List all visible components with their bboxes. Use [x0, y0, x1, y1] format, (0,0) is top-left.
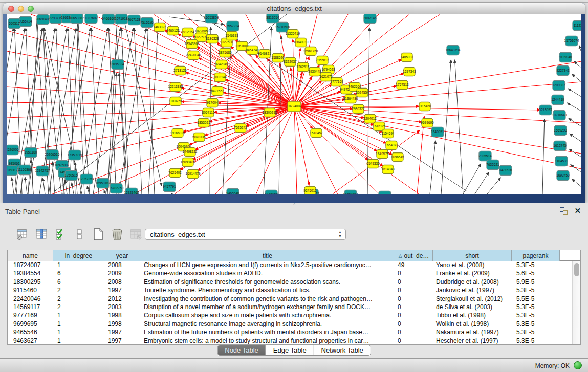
- minimize-window-icon[interactable]: [18, 6, 24, 12]
- network-node-yellow[interactable]: 18543962: [185, 40, 200, 49]
- network-node-teal[interactable]: 1209387: [552, 81, 565, 91]
- network-node-yellow[interactable]: 1297343: [403, 68, 416, 76]
- network-node-yellow[interactable]: 14498222: [183, 148, 198, 157]
- network-node-teal[interactable]: 7515526: [140, 18, 154, 28]
- network-node-teal[interactable]: 16782759: [109, 184, 124, 193]
- network-node-teal[interactable]: 2293719: [49, 14, 62, 24]
- network-node-teal[interactable]: 4667138: [127, 15, 141, 25]
- table-row[interactable]: 2242004622012Investigating the contribut…: [8, 295, 572, 303]
- network-node-teal[interactable]: 9463627: [265, 190, 278, 195]
- network-node-teal[interactable]: 20691406: [36, 15, 51, 25]
- network-node-yellow[interactable]: 8322037: [284, 58, 297, 67]
- network-node-yellow[interactable]: 1546393: [225, 32, 238, 40]
- network-node-yellow[interactable]: 7955812: [316, 56, 329, 65]
- network-node-teal[interactable]: 19384554: [343, 190, 358, 195]
- table-row[interactable]: 1830029562008Estimation of significance …: [8, 278, 572, 286]
- table-settings-icon[interactable]: [15, 227, 30, 242]
- table-row[interactable]: 1938455462009Genome-wide association stu…: [8, 269, 572, 277]
- network-node-yellow[interactable]: 1010755: [169, 97, 182, 106]
- tab-edge-table[interactable]: Edge Table: [266, 345, 314, 355]
- network-node-yellow[interactable]: 19166825: [170, 129, 185, 138]
- network-node-yellow[interactable]: 917004: [207, 99, 218, 107]
- network-node-teal[interactable]: 9355724: [19, 17, 32, 27]
- network-node-teal[interactable]: 20206516: [45, 150, 60, 160]
- network-node-yellow[interactable]: 1853021: [197, 119, 210, 127]
- network-node-yellow[interactable]: 21364486: [343, 95, 358, 103]
- select-all-checkboxes-icon[interactable]: [53, 227, 68, 242]
- network-node-teal[interactable]: 10653287: [70, 14, 84, 24]
- vertical-scrollbar[interactable]: [572, 261, 580, 344]
- network-node-yellow[interactable]: 9242845: [215, 60, 228, 69]
- column-header-pagerank[interactable]: pagerank: [512, 250, 560, 261]
- network-node-yellow[interactable]: 9245012: [303, 187, 317, 195]
- network-node-yellow[interactable]: 18724007: [287, 101, 302, 112]
- table-row[interactable]: 977716911998Corpus callosum shape and si…: [8, 311, 572, 319]
- network-node-teal[interactable]: 16648794: [446, 46, 461, 55]
- network-node-teal[interactable]: 1692450: [556, 171, 570, 181]
- table-row[interactable]: 1872400712008Changes of HCN gene express…: [8, 261, 572, 269]
- close-panel-icon[interactable]: ✕: [574, 206, 581, 215]
- tab-network-table[interactable]: Network Table: [314, 345, 371, 355]
- tab-node-table[interactable]: Node Table: [217, 345, 266, 355]
- network-node-teal[interactable]: 16958167: [96, 179, 111, 188]
- network-node-teal[interactable]: 1951180: [25, 148, 37, 158]
- network-node-yellow[interactable]: 2803144: [213, 73, 227, 82]
- column-header-out_de[interactable]: △out_de…: [395, 250, 433, 261]
- network-node-yellow[interactable]: 3024554: [356, 89, 369, 97]
- column-header-title[interactable]: title: [140, 250, 395, 261]
- network-node-yellow[interactable]: 9115460: [419, 102, 431, 111]
- network-node-yellow[interactable]: 12213383: [168, 83, 183, 92]
- network-node-yellow[interactable]: 9460123: [166, 27, 180, 35]
- network-node-teal[interactable]: 11156869: [17, 165, 32, 175]
- splitter-handle[interactable]: ⌃: [291, 204, 298, 207]
- import-table-icon-disabled[interactable]: [129, 227, 143, 242]
- network-node-yellow[interactable]: 1362615: [296, 63, 310, 72]
- new-document-icon[interactable]: [91, 227, 105, 242]
- network-select-dropdown[interactable]: citations_edges.txt ▲▼: [145, 229, 346, 240]
- column-header-in_degree[interactable]: in_degree: [53, 250, 104, 261]
- network-node-teal[interactable]: 10210643: [552, 111, 567, 120]
- network-node-teal[interactable]: 9319312: [7, 166, 18, 176]
- network-node-yellow[interactable]: 2204012: [363, 115, 377, 123]
- network-node-yellow[interactable]: 1154694: [382, 129, 395, 138]
- network-node-yellow[interactable]: 1614843: [381, 165, 395, 174]
- network-node-yellow[interactable]: 7625402: [168, 169, 182, 178]
- table-row[interactable]: 1456911722003Disruption of a novel membe…: [8, 303, 572, 311]
- network-node-yellow[interactable]: 2718126: [173, 67, 187, 75]
- network-node-teal[interactable]: 8471636: [499, 166, 512, 176]
- network-node-yellow[interactable]: 7525242: [234, 124, 247, 133]
- network-node-yellow[interactable]: 16914479: [186, 170, 201, 179]
- float-panel-icon[interactable]: [560, 207, 568, 215]
- network-node-yellow[interactable]: 7485033: [400, 53, 413, 62]
- network-node-yellow[interactable]: 16961758: [303, 47, 318, 56]
- network-node-teal[interactable]: 1569293: [554, 126, 567, 136]
- network-node-teal[interactable]: 15751074: [564, 36, 579, 46]
- table-row[interactable]: 969969511998Structural magnetic resonanc…: [8, 320, 572, 328]
- network-node-yellow[interactable]: 8096545: [391, 153, 404, 162]
- column-header-short[interactable]: short: [433, 250, 512, 261]
- column-header-name[interactable]: name: [8, 250, 53, 261]
- network-node-yellow[interactable]: 18640910: [294, 38, 309, 47]
- column-header-year[interactable]: year: [104, 250, 140, 261]
- network-node-teal[interactable]: 111230: [573, 21, 581, 31]
- network-node-yellow[interactable]: 11325419: [286, 30, 300, 38]
- network-node-teal[interactable]: 17353919: [68, 150, 82, 160]
- network-node-teal[interactable]: 1104531: [555, 157, 568, 166]
- network-node-yellow[interactable]: 1757513: [396, 81, 409, 90]
- clear-selection-icon[interactable]: [72, 227, 86, 242]
- network-node-teal[interactable]: 1691447: [378, 191, 391, 195]
- network-node-teal[interactable]: 1612745: [553, 141, 567, 151]
- network-node-yellow[interactable]: 8912954: [181, 28, 194, 37]
- network-window-titlebar[interactable]: citations_edges.txt: [3, 3, 585, 14]
- network-node-yellow[interactable]: 7463822: [153, 23, 166, 32]
- network-node-teal[interactable]: 2526005: [7, 145, 19, 155]
- network-node-teal[interactable]: 12923468: [124, 188, 139, 195]
- network-node-teal[interactable]: 1250515: [64, 171, 78, 181]
- network-node-yellow[interactable]: 5878335: [192, 133, 206, 142]
- network-node-teal[interactable]: 2095334: [111, 60, 124, 70]
- zoom-window-icon[interactable]: [28, 6, 34, 12]
- network-node-yellow[interactable]: 8427552: [211, 87, 224, 96]
- network-node-teal[interactable]: 9457791: [163, 182, 176, 192]
- network-node-yellow[interactable]: 8454749: [246, 46, 259, 55]
- network-node-teal[interactable]: 9465546: [226, 189, 239, 195]
